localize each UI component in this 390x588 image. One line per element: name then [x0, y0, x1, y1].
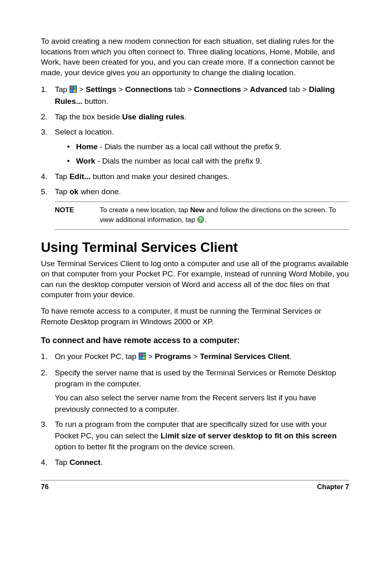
chapter-label: Chapter 7 — [317, 483, 349, 491]
start-menu-icon — [139, 352, 146, 363]
step-number: 1. — [41, 351, 47, 362]
step-1: 1. On your Pocket PC, tap > Programs > T… — [41, 351, 349, 363]
new-label: New — [190, 206, 204, 214]
para-2: To have remote access to a computer, it … — [41, 306, 349, 327]
step-number: 2. — [41, 367, 47, 379]
programs-label: Programs — [155, 352, 191, 361]
settings-label: Settings — [86, 85, 117, 94]
step-3: 3. To run a program from the computer th… — [41, 419, 349, 453]
help-icon: ? — [197, 217, 204, 225]
intro-paragraph: To avoid creating a new modem connection… — [41, 36, 349, 78]
note-label: NOTE — [55, 205, 100, 226]
step-number: 1. — [41, 84, 47, 95]
bullet-home: Home - Dials the number as a local call … — [67, 141, 349, 153]
connections-label-2: Connections — [194, 85, 241, 94]
note-text: To create a new location, tap New and fo… — [100, 205, 349, 226]
connections-label: Connections — [125, 85, 172, 94]
step-text: Tap — [55, 85, 69, 94]
step-number: 3. — [41, 419, 47, 430]
bullet-work: Work - Dials the number as local call wi… — [67, 155, 349, 167]
note-box: NOTE To create a new location, tap New a… — [55, 202, 349, 230]
svg-text:?: ? — [199, 217, 202, 222]
work-label: Work — [76, 157, 95, 165]
svg-rect-11 — [143, 357, 145, 359]
terminal-services-label: Terminal Services Client — [200, 352, 289, 361]
para-1: Use Terminal Services Client to log onto… — [41, 258, 349, 301]
page-content: To avoid creating a new modem connection… — [0, 0, 390, 503]
steps-list-2: 1. On your Pocket PC, tap > Programs > T… — [41, 351, 349, 468]
edit-label: Edit... — [69, 172, 91, 181]
page-footer: 76 Chapter 7 — [41, 480, 349, 491]
ok-label: ok — [69, 187, 78, 196]
svg-rect-2 — [74, 86, 76, 89]
svg-rect-9 — [143, 353, 145, 356]
step-2: 2. Tap the box beside Use dialing rules. — [41, 111, 349, 123]
step-number: 4. — [41, 457, 47, 468]
step-4: 4. Tap Edit... button and make your desi… — [41, 171, 349, 182]
use-dialing-rules-label: Use dialing rules — [122, 112, 184, 121]
step-3: 3. Select a location. Home - Dials the n… — [41, 126, 349, 167]
step-2-sub: You can also select the server name from… — [55, 392, 349, 415]
step-2: 2. Specify the server name that is used … — [41, 367, 349, 415]
home-label: Home — [76, 142, 98, 151]
step-5: 5. Tap ok when done. — [41, 186, 349, 197]
step-number: 4. — [41, 171, 47, 182]
page-number: 76 — [41, 483, 49, 491]
limit-size-label: Limit size of server desktop to fit on t… — [161, 431, 337, 440]
svg-rect-4 — [74, 90, 76, 92]
steps-list-1: 1. Tap > Settings > Connections tab > Co… — [41, 84, 349, 197]
advanced-label: Advanced — [250, 85, 287, 94]
step-text: > — [77, 85, 86, 94]
svg-rect-3 — [70, 90, 73, 92]
step-number: 3. — [41, 126, 47, 138]
sub-heading: To connect and have remote access to a c… — [41, 336, 349, 345]
bullet-list: Home - Dials the number as a local call … — [67, 141, 349, 167]
step-1: 1. Tap > Settings > Connections tab > Co… — [41, 84, 349, 107]
svg-rect-10 — [139, 357, 142, 359]
start-menu-icon — [69, 85, 77, 96]
connect-label: Connect — [69, 458, 101, 467]
svg-rect-1 — [70, 86, 73, 89]
section-heading: Using Terminal Services Client — [41, 240, 349, 255]
svg-rect-8 — [139, 353, 142, 356]
step-number: 2. — [41, 111, 47, 123]
step-4: 4. Tap Connect. — [41, 457, 349, 468]
step-number: 5. — [41, 186, 47, 197]
